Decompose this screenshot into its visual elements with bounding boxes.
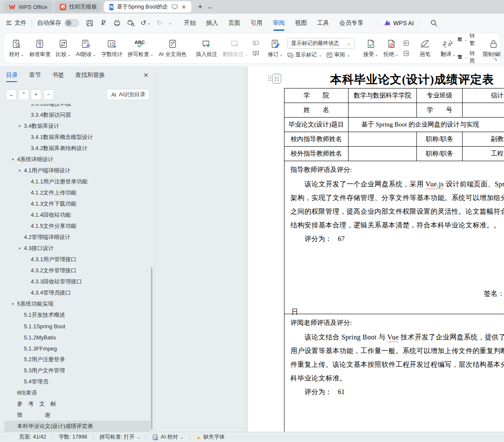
export-pdf-icon[interactable]: ₽: [100, 19, 107, 27]
spellcheck-status[interactable]: 拼写检查: 打开 ⌄: [100, 433, 140, 441]
word-count-button[interactable]: 12 字数统计: [99, 35, 125, 62]
external-advisor-value-cell[interactable]: [349, 147, 417, 161]
save-icon[interactable]: [86, 19, 94, 27]
next-change-icon[interactable]: [403, 50, 410, 56]
tab-find-replace[interactable]: 查找和替换: [75, 71, 105, 79]
tab-toc[interactable]: 目录: [6, 71, 18, 79]
menu-tab-引用[interactable]: 引用: [250, 19, 264, 27]
toc-item[interactable]: 3.3.3后端技术栈: [4, 104, 150, 109]
toc-previous-button[interactable]: ⌃: [18, 89, 29, 100]
menu-tab-会员专享[interactable]: 会员专享: [339, 19, 364, 27]
collapse-arrow-icon[interactable]: ▼: [11, 302, 17, 306]
toc-item[interactable]: 5.1.3FFmpeg: [4, 343, 150, 354]
toc-item[interactable]: 本科毕业论文(设计)成绩评定表: [4, 421, 150, 432]
title-position-value-cell[interactable]: 副教授: [463, 132, 504, 146]
tab-docer-templates[interactable]: 稻 找稻壳模板: [55, 1, 102, 12]
print-preview-icon[interactable]: [127, 19, 135, 27]
toc-item[interactable]: 4.3.2文件管理接口: [4, 265, 150, 276]
tab-document[interactable]: W 基于Spring Boot的企业网盘的 ✕: [104, 1, 191, 12]
review-pane-button[interactable]: 审阅 ⌄: [326, 51, 350, 59]
toc-item[interactable]: 4.1.3文件下载功能: [4, 198, 150, 209]
toc-item[interactable]: 参 考 文 献: [4, 398, 150, 410]
compare-button[interactable]: 比较⌄: [53, 35, 73, 62]
print-icon[interactable]: [113, 19, 121, 27]
toc-expand-button[interactable]: +: [31, 89, 41, 100]
next-comment-icon[interactable]: [252, 50, 259, 56]
toc-item[interactable]: 3.4.1数据库概念模型设计: [4, 132, 150, 143]
menu-tab-开始[interactable]: 开始: [183, 19, 197, 27]
accept-change-button[interactable]: 接受⌄: [360, 35, 381, 62]
restrict-editing-button[interactable]: 限制编辑: [481, 35, 501, 62]
toc-item[interactable]: 4.1.4回收站功能: [4, 209, 150, 221]
search-icon[interactable]: [431, 20, 437, 27]
tab-list-chevron-icon[interactable]: ⌄: [208, 4, 212, 10]
spell-check-button[interactable]: ABC 拼写检查⌄: [125, 35, 156, 62]
title-position-value-cell[interactable]: 工程师: [463, 147, 504, 161]
toc-item[interactable]: 3.3.4数据访问层: [4, 109, 150, 121]
tab-wps-home[interactable]: WPS Office: [3, 1, 53, 12]
menu-tab-工具[interactable]: 工具: [316, 19, 330, 27]
translate-button[interactable]: 文A 翻译⌄: [439, 35, 457, 62]
toolbar-collapse-chevron-icon[interactable]: ⌄: [168, 21, 172, 25]
collapse-arrow-icon[interactable]: ▼: [18, 169, 24, 173]
insert-comment-button[interactable]: 插入批注: [193, 35, 220, 62]
menu-tab-视图[interactable]: 视图: [294, 19, 308, 27]
toc-item[interactable]: 4.2管理端详细设计: [4, 232, 150, 243]
tab-chapters[interactable]: 章节: [29, 71, 41, 79]
ai-proofread-status[interactable]: AI 校对 ⌄: [152, 433, 184, 441]
previous-comment-icon[interactable]: [252, 40, 259, 46]
toc-item[interactable]: 3.4.2数据库表结构设计: [4, 143, 150, 154]
major-class-value-cell[interactable]: 信计: [463, 88, 504, 103]
autosave-toggle[interactable]: [64, 19, 79, 27]
undo-button[interactable]: ↺⌄: [141, 20, 151, 27]
traditional-to-simplified-button[interactable]: 繁→ 转简: [457, 50, 476, 64]
new-tab-button[interactable]: +: [198, 2, 202, 12]
ink-brush-button[interactable]: 画笔: [416, 35, 434, 62]
toc-item[interactable]: 4.3.3回收站管理接口: [4, 276, 150, 287]
tab-bookmarks[interactable]: 书签: [52, 71, 64, 79]
reviewer-comment-cell[interactable]: 评阅老师评语及评分: 该论文结合 Spring Boot 与 Vue 技术开发了…: [284, 314, 504, 432]
missing-font-warning[interactable]: ▲ 缺失字体: [196, 433, 225, 441]
delete-comment-button[interactable]: 删除批注⌄: [220, 35, 251, 62]
chevron-down-icon[interactable]: ⌄: [147, 21, 150, 25]
share-screen-icon[interactable]: [172, 4, 178, 9]
toc-item[interactable]: ▼4系统详细设计: [4, 154, 150, 165]
collapse-arrow-icon[interactable]: ▼: [18, 124, 24, 128]
toc-item[interactable]: 4.3.1用户管理接口: [4, 254, 150, 265]
advisor-comment-cell[interactable]: 指导教师评语及评分: 该论文开发了一个企业网盘系统，采用 Vue.js 设计前端…: [284, 161, 504, 314]
toc-item[interactable]: 5.1.1Spring Boot: [4, 321, 150, 332]
ai-polish-button[interactable]: AI 全文润色: [156, 35, 189, 62]
document-page[interactable]: 本科毕业论文(设计)成绩评定表 学 院 数学与数据科学学院 专业班级 信计 姓 …: [248, 66, 504, 432]
toc-item[interactable]: 4.1.5文件分享功能: [4, 221, 150, 232]
toc-item[interactable]: 4.1.1用户注册登录功能: [4, 176, 150, 187]
toc-item[interactable]: 5.4管理员: [4, 376, 150, 387]
toc-collapse-button[interactable]: −: [43, 89, 54, 100]
toc-item[interactable]: 4.1.2文件上传功能: [4, 187, 150, 198]
word-count-indicator[interactable]: 字数: 17998: [59, 433, 87, 441]
close-tab-icon[interactable]: ✕: [182, 4, 186, 10]
simplified-to-traditional-button[interactable]: 简→ 转繁: [457, 33, 476, 47]
toc-item[interactable]: 5.1开发技术概述: [4, 309, 150, 321]
table-move-handle-icon[interactable]: [267, 73, 282, 85]
previous-change-icon[interactable]: [403, 40, 410, 46]
show-markup-button[interactable]: 显示标记 ⌄: [287, 51, 322, 59]
toc-item[interactable]: ▼3.4数据库设计: [4, 121, 150, 132]
standard-review-button[interactable]: 标准审查: [26, 35, 53, 62]
collapse-arrow-icon[interactable]: ▼: [18, 247, 24, 250]
toc-next-button[interactable]: ⌄: [6, 89, 17, 100]
markup-state-select[interactable]: 显示标记的最终状态 ⌄: [287, 38, 355, 49]
toc-item[interactable]: 5.1.2MyBatis: [4, 332, 150, 343]
sidebar-scrollbar-thumb[interactable]: [151, 267, 152, 430]
toc-item[interactable]: 4.3.4管理员接口: [4, 287, 150, 298]
toc-item[interactable]: ▼5系统功能实现: [4, 298, 150, 309]
page-indicator[interactable]: 页面: 41/42: [19, 433, 46, 441]
toc-item[interactable]: 6结束语: [4, 387, 150, 398]
wps-ai-button[interactable]: WPS AI: [384, 20, 414, 27]
menu-tab-页面[interactable]: 页面: [228, 19, 241, 27]
toc-item[interactable]: 致 谢: [4, 410, 150, 421]
toc-item[interactable]: 5.2用户注册登录: [4, 354, 150, 365]
student-id-value-cell[interactable]: [463, 103, 504, 117]
toc-item[interactable]: ▼4.1用户端详细设计: [4, 165, 150, 176]
college-value-cell[interactable]: 数学与数据科学学院: [349, 88, 417, 103]
track-changes-button[interactable]: 修订⌄: [265, 35, 285, 62]
